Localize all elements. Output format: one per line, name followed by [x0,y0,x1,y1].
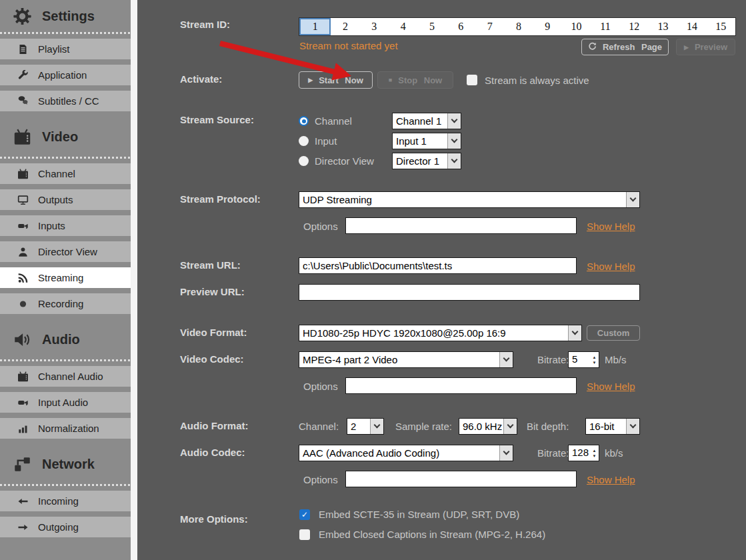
stream-id-10[interactable]: 10 [562,18,591,35]
stream-id-7[interactable]: 7 [475,18,504,35]
audio-bitrate-input[interactable]: 128 ▲▼ [568,445,599,461]
sidebar-item-channel-audio[interactable]: Channel Audio [0,366,131,387]
start-now-label: Start Now [319,75,363,85]
select-value: Channel 1 [393,113,447,129]
record-icon [17,299,29,309]
sidebar-item-outgoing[interactable]: Outgoing [0,517,131,537]
spinner-arrows-icon[interactable]: ▲▼ [590,445,599,461]
radio-input[interactable] [299,136,309,146]
bit-depth-label: Bit depth: [527,421,569,432]
chevron-down-icon [447,133,461,149]
stream-id-11[interactable]: 11 [591,18,619,35]
subtitles-icon [17,96,29,107]
audio-bitrate-label: Bitrate: [537,447,569,459]
audio-options-input[interactable] [345,471,577,487]
sidebar-item-inputs[interactable]: Inputs [0,215,131,236]
video-format-select[interactable]: HD1080-25p HDYC 1920x1080@25.00p 16:9 [299,325,582,341]
stream-id-3[interactable]: 3 [360,18,389,35]
always-active-checkbox[interactable] [467,75,477,85]
audio-codec-select[interactable]: AAC (Advanced Audio Coding) [299,445,513,461]
custom-button[interactable]: Custom [587,325,640,341]
stream-id-13[interactable]: 13 [649,18,677,35]
radio-channel[interactable] [299,116,309,126]
video-codec-label: Video Codec: [180,353,244,365]
video-bitrate-input[interactable]: 5 ▲▼ [568,351,599,368]
video-bitrate-value: 5 [569,352,590,367]
stream-id-9[interactable]: 9 [533,18,562,35]
protocol-options-label: Options [303,221,338,232]
stream-id-2[interactable]: 2 [331,18,359,35]
preview-button[interactable]: ▶ Preview [676,39,735,55]
bit-depth-select[interactable]: 16-bit [585,418,640,435]
stream-protocol-select[interactable]: UDP Streaming [299,191,640,208]
more-options-row: Embed Closed Captions in Stream (MPG-2, … [299,529,545,540]
video-options-input[interactable] [345,377,577,394]
director-view-select[interactable]: Director 1 [392,153,461,169]
input-select[interactable]: Input 1 [392,133,461,149]
sidebar-item-subtitles-cc[interactable]: Subtitles / CC [0,91,131,111]
sidebar-item-playlist[interactable]: Playlist [0,39,131,59]
stream-url-label: Stream URL: [180,259,241,271]
stream-id-4[interactable]: 4 [389,18,417,35]
channel-select[interactable]: Channel 1 [392,113,461,129]
refresh-page-label: Refresh Page [603,42,662,52]
video-codec-value: MPEG-4 part 2 Video [299,352,499,367]
stream-id-12[interactable]: 12 [620,18,649,35]
audio-channel-select[interactable]: 2 [347,418,384,435]
stream-id-5[interactable]: 5 [417,18,446,35]
more-options-row: ✓Embed SCTE-35 in Stream (UDP, SRT, DVB) [299,509,519,520]
chevron-down-icon [447,113,461,129]
protocol-show-help-link[interactable]: Show Help [587,221,635,232]
audio-bitrate-value: 128 [569,445,590,461]
camera-icon [17,221,29,231]
stream-source-label: Stream Source: [180,114,254,125]
monitor-icon [17,195,29,205]
camera-icon [17,397,29,408]
audio-show-help-link[interactable]: Show Help [587,474,635,485]
wrench-icon [17,70,29,81]
stream-id-14[interactable]: 14 [677,18,706,35]
section-title: Video [42,129,78,145]
dotted-separator [0,32,131,34]
sidebar-item-recording[interactable]: Recording [0,293,131,314]
video-codec-select[interactable]: MPEG-4 part 2 Video [299,351,513,368]
checkbox-label: Embed SCTE-35 in Stream (UDP, SRT, DVB) [319,509,519,520]
sample-rate-select[interactable]: 96.0 kHz [459,418,517,435]
spinner-arrows-icon[interactable]: ▲▼ [590,352,599,367]
stream-id-1[interactable]: 1 [299,18,331,35]
preview-url-input[interactable] [299,284,640,301]
sidebar-item-streaming[interactable]: Streaming [0,267,137,288]
tv-icon [17,169,29,179]
section-header-network: Network [0,444,131,484]
sidebar-item-normalization[interactable]: Normalization [0,418,131,439]
refresh-page-button[interactable]: Refresh Page [581,39,669,55]
dotted-separator [0,359,131,361]
start-now-button[interactable]: ▶ Start Now [299,71,373,89]
stream-source-row-director-view: Director ViewDirector 1 [299,153,472,169]
video-show-help-link[interactable]: Show Help [587,381,635,392]
stream-url-input[interactable] [299,257,577,274]
stream-id-15[interactable]: 15 [707,18,735,35]
checkbox-embed-scte-35-in-stream-udp-[interactable]: ✓ [299,509,310,520]
sidebar-item-outputs[interactable]: Outputs [0,189,131,210]
sidebar-item-incoming[interactable]: Incoming [0,491,131,511]
sample-rate-value: 96.0 kHz [459,419,503,434]
stop-now-button[interactable]: ■ Stop Now [377,71,453,89]
chevron-down-icon [499,352,513,367]
sidebar-item-label: Channel Audio [38,371,103,382]
sidebar-item-input-audio[interactable]: Input Audio [0,392,131,413]
select-value: Input 1 [393,133,447,149]
chevron-down-icon [370,419,383,434]
sidebar-item-application[interactable]: Application [0,65,131,85]
sidebar-item-label: Normalization [38,423,99,434]
stream-id-8[interactable]: 8 [504,18,533,35]
stream-url-show-help-link[interactable]: Show Help [587,261,635,272]
radio-director-view[interactable] [299,156,309,166]
checkbox-embed-closed-captions-in-str[interactable] [299,529,310,540]
network-icon [12,456,32,473]
streaming-settings-panel: Stream ID: 123456789101112131415 Stream … [137,0,746,560]
protocol-options-input[interactable] [345,217,577,234]
sidebar-item-channel[interactable]: Channel [0,163,131,184]
sidebar-item-director-view[interactable]: Director View [0,241,131,262]
stream-id-6[interactable]: 6 [447,18,475,35]
